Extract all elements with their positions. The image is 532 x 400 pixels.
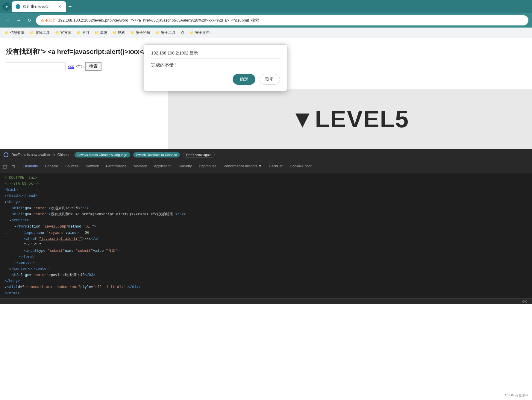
tab-bar: ▾ 🌐 欢迎来到level5 ✕ +	[0, 0, 532, 13]
search-xxx-link[interactable]: xxx	[68, 64, 74, 69]
status-ok-text: OK _	[522, 300, 530, 303]
tab-sources[interactable]: Sources	[62, 160, 82, 172]
code-line-form-open[interactable]: <form action="level5.php" method="GET" >	[0, 224, 532, 230]
bookmark-security-docs[interactable]: 📁 安全文档	[187, 29, 212, 37]
new-tab-button[interactable]: +	[68, 3, 72, 10]
folder-icon-5: 📁	[95, 31, 99, 35]
alert-message: 完成的不错！	[151, 62, 280, 68]
code-line-h2: <h2 align="center" > 没有找到和"> <a href=jav…	[0, 211, 532, 217]
tab-security[interactable]: Security	[175, 160, 195, 172]
code-line-h1: <h1 align="center" > 欢迎来到level5 </h1>	[0, 205, 532, 211]
tab-close-button[interactable]: ✕	[57, 4, 62, 9]
alert-cancel-button[interactable]: 取消	[259, 74, 280, 85]
code-line-2: <!--STATUS OK-->	[0, 181, 532, 187]
notification-text: DevTools is now available in Chinese!	[11, 153, 72, 157]
folder-icon-6: 📁	[113, 31, 117, 35]
code-line-center2[interactable]: <center> … </center>	[0, 266, 532, 272]
bookmark-target[interactable]: 📁 靶机	[110, 29, 128, 37]
dont-show-again-button[interactable]: Don't show again	[183, 152, 215, 158]
folder-icon-3: 📁	[55, 31, 59, 35]
tab-favicon: 🌐	[16, 4, 20, 9]
forward-button[interactable]: →	[14, 16, 23, 25]
bookmark-info-collect[interactable]: 📁 信息收集	[2, 29, 27, 37]
address-bar: ← → ↻ ⚠ 不安全 192.168.100.2:1002/level5.ph…	[0, 13, 532, 28]
tab-console[interactable]: Console	[41, 160, 62, 172]
tab-performance-insights[interactable]: Performance insights ⚑	[220, 160, 265, 172]
code-line-h3: <h3 align="center" > payload的长度：40 </h3>	[0, 272, 532, 278]
search-input[interactable]	[6, 63, 66, 70]
security-warning: ⚠ 不安全	[41, 18, 56, 23]
devtools-icon-area: ⬚ ⊡	[1, 163, 17, 170]
always-match-language-button[interactable]: Always match Chrome's language	[75, 152, 130, 157]
info-icon: i	[4, 152, 8, 157]
bookmark-official-source[interactable]: 📁 官方源	[53, 29, 74, 37]
devtools-notification-bar: i DevTools is now available in Chinese! …	[0, 149, 532, 160]
folder-icon-2: 📁	[30, 31, 34, 35]
tab-memory[interactable]: Memory	[130, 160, 150, 172]
folder-icon-9: 📁	[190, 31, 194, 35]
code-line-div-shadow[interactable]: <div id="transmart-crx-shadow-root" styl…	[0, 284, 532, 290]
alert-header: 192.168.100.2:1002 显示	[151, 51, 280, 59]
bookmark-security-tools[interactable]: 📁 安全工具	[153, 29, 178, 37]
search-angle-bracket: <"">	[76, 64, 84, 69]
code-line-center-open[interactable]: <center>	[0, 217, 532, 224]
code-line-3: <html>	[0, 187, 532, 193]
code-line-input-submit: <input type="submit" name="submit" value…	[0, 248, 532, 254]
code-line-center-close: </center>	[0, 260, 532, 266]
bookmark-learning[interactable]: 📁 学习	[74, 29, 92, 37]
browser-tab-active[interactable]: 🌐 欢迎来到level5 ✕	[12, 1, 66, 12]
code-line-body-open[interactable]: <body>	[0, 199, 532, 205]
devtools-panel: i DevTools is now available in Chinese! …	[0, 149, 532, 304]
page-content-area: 192.168.100.2:1002 显示 完成的不错！ 确定 取消 没有找到和…	[0, 38, 532, 149]
code-line-head[interactable]: <head> … </head>	[0, 193, 532, 199]
devtools-status-bar: OK _	[0, 298, 532, 304]
browser-chrome: ▾ 🌐 欢迎来到level5 ✕ + ← → ↻ ⚠ 不安全 192.168.1…	[0, 0, 532, 38]
devtools-tabs: ⬚ ⊡ Elements Console Sources Network Per…	[0, 160, 532, 172]
gray-logo-area: ▼LEVEL5	[168, 89, 532, 149]
devtools-code-area: <!DOCTYPE html> <!--STATUS OK--> <html> …	[0, 172, 532, 298]
code-line-input-keyword: … <input name="keyword" value > == $0	[0, 230, 532, 236]
tab-performance[interactable]: Performance	[102, 160, 130, 172]
tab-cookie-editor[interactable]: Cookie-Editor	[286, 160, 315, 172]
folder-icon: 📁	[5, 31, 9, 35]
devtools-device-icon[interactable]: ⊡	[10, 163, 17, 170]
folder-icon-7: 📁	[131, 31, 135, 35]
bookmark-online-tools[interactable]: 📁 在线工具	[28, 29, 52, 37]
tab-history-back[interactable]: ▾	[2, 2, 11, 11]
folder-icon-8: 📁	[156, 31, 160, 35]
search-button[interactable]: 搜索	[85, 62, 101, 71]
url-input[interactable]: ⚠ 不安全 192.168.100.2:1002/level5.php?keyw…	[36, 15, 528, 25]
switch-to-chinese-button[interactable]: Switch DevTools to Chinese	[133, 152, 180, 157]
bookmark-source-code[interactable]: 📁 源码	[92, 29, 110, 37]
tab-hackbar[interactable]: HackBar	[265, 160, 286, 172]
reload-button[interactable]: ↻	[25, 16, 34, 25]
code-line-html-close: </html>	[0, 290, 532, 296]
code-line-form-close: </form>	[0, 254, 532, 260]
devtools-inspect-icon[interactable]: ⬚	[1, 163, 8, 170]
alert-buttons: 确定 取消	[151, 74, 280, 85]
alert-confirm-button[interactable]: 确定	[233, 74, 255, 85]
code-line-1: <!DOCTYPE html>	[0, 175, 532, 181]
tab-title: 欢迎来到level5	[23, 4, 54, 9]
alert-dialog: 192.168.100.2:1002 显示 完成的不错！ 确定 取消	[144, 44, 287, 91]
bookmark-dot[interactable]: 点	[178, 29, 187, 37]
tab-elements[interactable]: Elements	[19, 160, 41, 172]
code-line-body-close: </body>	[0, 278, 532, 284]
url-text: 192.168.100.2:1002/level5.php?keyword=">…	[58, 18, 524, 23]
bookmarks-bar: 📁 信息收集 📁 在线工具 📁 官方源 📁 学习 📁 源码 📁 靶机 📁 安全论…	[0, 28, 532, 38]
code-line-text-quotes: " <">" "	[0, 242, 532, 248]
tab-lighthouse[interactable]: Lighthouse	[195, 160, 220, 172]
bookmark-security-forum[interactable]: 📁 安全论坛	[128, 29, 153, 37]
tab-network[interactable]: Network	[82, 160, 102, 172]
level5-logo: ▼LEVEL5	[291, 105, 409, 133]
back-button[interactable]: ←	[4, 16, 12, 25]
code-line-a-href: <a href="javascript:alert()" > xxx </a>	[0, 236, 532, 242]
tab-application[interactable]: Application	[150, 160, 175, 172]
watermark: CSDN @张少张	[505, 393, 528, 398]
folder-icon-4: 📁	[77, 31, 81, 35]
